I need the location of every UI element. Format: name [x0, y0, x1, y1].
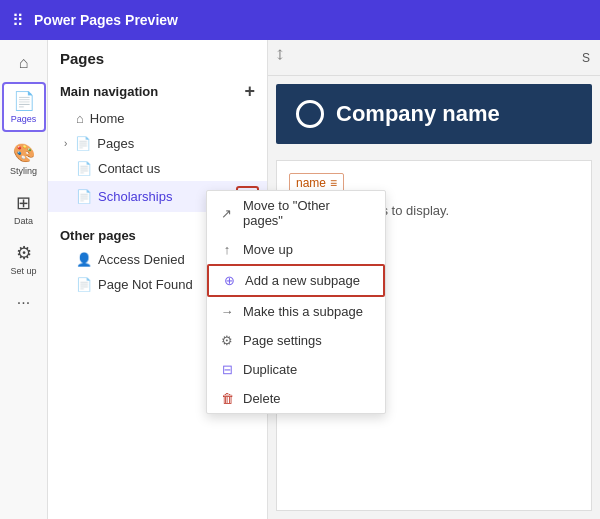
context-menu-duplicate[interactable]: ⊟ Duplicate: [207, 355, 385, 384]
styling-icon: 🎨: [13, 142, 35, 164]
context-menu-page-settings[interactable]: ⚙ Page settings: [207, 326, 385, 355]
context-menu-move-up[interactable]: ↑ Move up: [207, 235, 385, 264]
make-subpage-icon: →: [219, 304, 235, 319]
scholarships-page-icon: 📄: [76, 189, 92, 204]
move-up-icon: ↑: [219, 242, 235, 257]
more-options-button[interactable]: ···: [17, 294, 30, 312]
sidebar-item-setup[interactable]: ⚙ Set up: [2, 236, 46, 282]
context-menu-add-subpage[interactable]: ⊕ Add a new subpage: [207, 264, 385, 297]
top-bar-right: S: [268, 40, 600, 76]
home-page-icon: ⌂: [76, 111, 84, 126]
delete-icon: 🗑: [219, 391, 235, 406]
panel-title: Pages: [48, 50, 267, 77]
pages-panel: Pages Main navigation + ⌂ Home › 📄 Pages…: [48, 40, 268, 519]
sidebar-home-button[interactable]: ⌂: [13, 48, 35, 78]
duplicate-icon: ⊟: [219, 362, 235, 377]
context-menu-make-subpage[interactable]: → Make this a subpage: [207, 297, 385, 326]
context-menu-move-up-label: Move up: [243, 242, 293, 257]
context-menu-delete-label: Delete: [243, 391, 281, 406]
main-nav-section: Main navigation +: [48, 77, 267, 106]
context-menu-move-to-other[interactable]: ↗ Move to "Other pages": [207, 191, 385, 235]
context-menu-move-to-other-label: Move to "Other pages": [243, 198, 373, 228]
context-menu-make-subpage-label: Make this a subpage: [243, 304, 363, 319]
top-bar-text: S: [582, 51, 590, 65]
nav-pages-label: Pages: [97, 136, 134, 151]
add-subpage-icon: ⊕: [221, 273, 237, 288]
page-not-found-icon: 📄: [76, 277, 92, 292]
pages-page-icon: 📄: [75, 136, 91, 151]
nav-access-denied-label: Access Denied: [98, 252, 185, 267]
context-menu-add-subpage-label: Add a new subpage: [245, 273, 360, 288]
nav-item-home[interactable]: ⌂ Home: [48, 106, 267, 131]
sidebar-item-pages[interactable]: 📄 Pages: [2, 82, 46, 132]
preview-header: Company name: [276, 84, 592, 144]
topbar: ⠿ Power Pages Preview: [0, 0, 600, 40]
name-badge-label: name: [296, 176, 326, 190]
context-menu-delete[interactable]: 🗑 Delete: [207, 384, 385, 413]
nav-contact-label: Contact us: [98, 161, 160, 176]
sidebar-item-styling[interactable]: 🎨 Styling: [2, 136, 46, 182]
main-nav-label: Main navigation: [60, 84, 158, 99]
add-nav-item-button[interactable]: +: [244, 81, 255, 102]
chevron-icon: ›: [64, 138, 67, 149]
context-menu: ↗ Move to "Other pages" ↑ Move up ⊕ Add …: [206, 190, 386, 414]
main-layout: ⌂ 📄 Pages 🎨 Styling ⊞ Data ⚙ Set up ··· …: [0, 40, 600, 519]
nav-page-not-found-label: Page Not Found: [98, 277, 193, 292]
access-denied-icon: 👤: [76, 252, 92, 267]
app-title: Power Pages Preview: [34, 12, 178, 28]
data-icon: ⊞: [16, 192, 31, 214]
page-settings-icon: ⚙: [219, 333, 235, 348]
pages-icon: 📄: [13, 90, 35, 112]
grid-icon: ⠿: [12, 11, 24, 30]
preview-logo: [296, 100, 324, 128]
nav-item-contact[interactable]: 📄 Contact us: [48, 156, 267, 181]
context-menu-page-settings-label: Page settings: [243, 333, 322, 348]
nav-item-pages[interactable]: › 📄 Pages: [48, 131, 267, 156]
setup-icon: ⚙: [16, 242, 32, 264]
context-menu-duplicate-label: Duplicate: [243, 362, 297, 377]
move-to-other-icon: ↗: [219, 206, 235, 221]
preview-company-name: Company name: [336, 101, 500, 127]
contact-page-icon: 📄: [76, 161, 92, 176]
name-badge-icon: ≡: [330, 176, 337, 190]
sidebar-item-data[interactable]: ⊞ Data: [2, 186, 46, 232]
sidebar-icons: ⌂ 📄 Pages 🎨 Styling ⊞ Data ⚙ Set up ···: [0, 40, 48, 519]
nav-home-label: Home: [90, 111, 125, 126]
